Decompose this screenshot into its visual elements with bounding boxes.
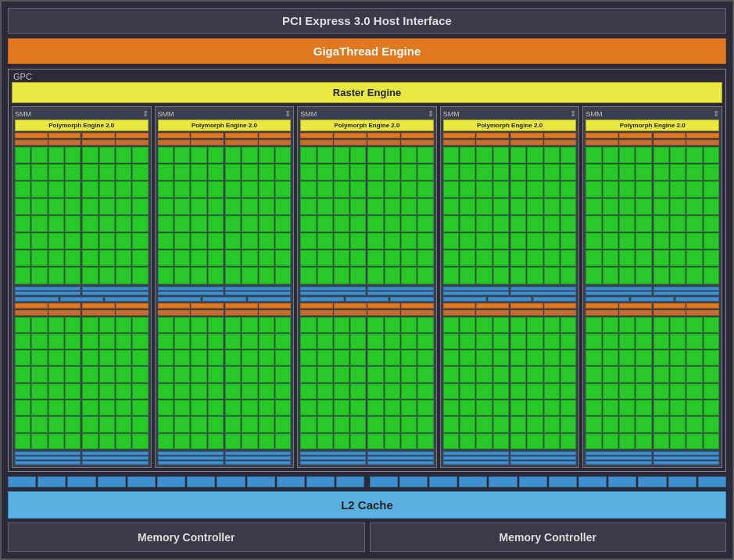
smm-block-5: SMM ⇕ Polymorph Engine 2.0	[582, 106, 722, 468]
memory-controller-2: Memory Controller	[370, 523, 727, 552]
bottom-section: L2 Cache Memory Controller Memory Contro…	[8, 476, 726, 552]
l2-bar: L2 Cache	[8, 491, 726, 519]
raster-label: Raster Engine	[333, 87, 401, 98]
arrow-4: ⇕	[570, 109, 576, 118]
polymorph-4: Polymorph Engine 2.0	[443, 119, 577, 131]
smm-row-top: SMM ⇕ Polymorph Engine 2.0	[12, 106, 722, 468]
arrow-1: ⇕	[142, 109, 149, 118]
polymorph-3: Polymorph Engine 2.0	[300, 119, 434, 131]
smm-label-4: SMM	[443, 110, 460, 118]
smm-label-3: SMM	[300, 110, 317, 118]
memory-controller-1: Memory Controller	[8, 523, 365, 552]
crossbar-right	[370, 476, 727, 487]
polymorph-1: Polymorph Engine 2.0	[15, 119, 149, 131]
smm-label-1: SMM	[15, 110, 31, 118]
crossbar-row	[8, 476, 726, 487]
memory-controller-row: Memory Controller Memory Controller	[8, 523, 726, 552]
gpu-diagram: PCI Express 3.0 Host Interface GigaThrea…	[0, 0, 734, 560]
arrow-5: ⇕	[713, 109, 719, 118]
gpc-label: GPC	[13, 72, 32, 81]
gpc-container: GPC Raster Engine SMM ⇕ Polymorph Engine…	[8, 69, 726, 472]
polymorph-2: Polymorph Engine 2.0	[158, 119, 292, 131]
giga-label: GigaThread Engine	[313, 45, 421, 58]
pci-label: PCI Express 3.0 Host Interface	[282, 14, 452, 27]
l2-label: L2 Cache	[341, 498, 393, 512]
smm-block-4: SMM ⇕ Polymorph Engine 2.0	[440, 106, 580, 468]
polymorph-5: Polymorph Engine 2.0	[585, 119, 719, 131]
smm-block-2: SMM ⇕ Polymorph Engine 2.0	[155, 106, 295, 468]
arrow-3: ⇕	[428, 109, 434, 118]
smm-block-3: SMM ⇕ Polymorph Engine 2.0	[297, 106, 437, 468]
smm-block-1: SMM ⇕ Polymorph Engine 2.0	[12, 106, 152, 468]
giga-bar: GigaThread Engine	[8, 38, 726, 64]
raster-bar: Raster Engine	[12, 82, 722, 103]
smm-label-5: SMM	[585, 110, 602, 118]
smm-label-2: SMM	[158, 110, 174, 118]
arrow-2: ⇕	[285, 109, 291, 118]
crossbar-left	[8, 476, 365, 487]
pci-bar: PCI Express 3.0 Host Interface	[8, 8, 726, 34]
